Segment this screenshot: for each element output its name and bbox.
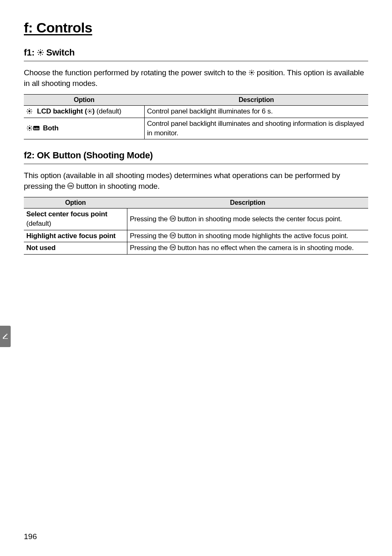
opt-text: Not used [26, 244, 55, 252]
table-row: LCD backlight () (default) Control panel… [24, 106, 368, 118]
f1-paragraph: Choose the function performed by rotatin… [24, 67, 368, 88]
desc-part1: Pressing the [130, 215, 170, 223]
desc-part2: button has no effect when the camera is … [176, 244, 354, 252]
col-header-option: Option [24, 95, 144, 106]
f2-para-part2: button in shooting mode. [74, 182, 159, 190]
f1-heading-suffix: Switch [44, 47, 75, 58]
table-row: Not used Pressing the button has no effe… [24, 242, 368, 255]
side-tab [0, 326, 11, 347]
backlight-icon [26, 108, 32, 114]
table-row: Highlight active focus point Pressing th… [24, 230, 368, 242]
table-header-row: Option Description [24, 95, 368, 106]
page-title: f: Controls [24, 20, 368, 36]
table-header-row: Option Description [24, 197, 368, 208]
f1-table: Option Description LCD backlight () (def… [24, 94, 368, 139]
backlight-info-icon [26, 125, 40, 131]
page-number: 196 [24, 532, 37, 541]
col-header-option: Option [24, 197, 127, 208]
f1-heading-prefix: f1: [24, 47, 37, 58]
ok-icon [170, 244, 176, 250]
f1-para-part1: Choose the function performed by rotatin… [24, 68, 249, 77]
f2-row3-option: Not used [24, 242, 127, 255]
f1-row1-desc: Control panel backlight illuminates for … [144, 106, 368, 118]
f2-row2-option: Highlight active focus point [24, 230, 127, 242]
f2-row1-desc: Pressing the button in shooting mode sel… [127, 208, 368, 230]
desc-part1: Pressing the [130, 244, 170, 252]
opt-text: Highlight active focus point [26, 232, 115, 240]
ok-icon [170, 215, 176, 222]
f1-row2-option: Both [24, 118, 144, 139]
ok-icon [67, 183, 74, 189]
table-row: Select center focus point (default) Pres… [24, 208, 368, 230]
backlight-icon [37, 49, 44, 56]
opt-rest-text: (default) [95, 107, 121, 115]
divider [24, 163, 368, 164]
col-header-description: Description [144, 95, 368, 106]
pencil-icon [2, 333, 9, 340]
f2-row1-option: Select center focus point (default) [24, 208, 127, 230]
f1-row2-desc: Control panel backlight illuminates and … [144, 118, 368, 139]
backlight-icon [87, 109, 92, 114]
section-f2-heading: f2: OK Button (Shooting Mode) [24, 150, 368, 161]
f2-row3-desc: Pressing the button has no effect when t… [127, 242, 368, 255]
section-f1-heading: f1: Switch [24, 47, 368, 58]
desc-part2: button in shooting mode selects the cent… [176, 215, 342, 223]
opt-text: Both [43, 124, 59, 132]
opt-line1: Select center focus point [26, 210, 107, 218]
col-header-description: Description [127, 197, 368, 208]
f2-paragraph: This option (available in all shooting m… [24, 170, 368, 191]
f1-row1-option: LCD backlight () (default) [24, 106, 144, 118]
ok-icon [170, 232, 176, 239]
desc-part2: button in shooting mode highlights the a… [176, 232, 348, 240]
backlight-icon [249, 70, 255, 76]
opt-line2: (default) [26, 220, 51, 227]
opt-bold-text: LCD backlight ( [37, 107, 87, 115]
f2-table: Option Description Select center focus p… [24, 197, 368, 254]
desc-part1: Pressing the [130, 232, 170, 240]
table-row: Both Control panel backlight illuminates… [24, 118, 368, 139]
divider [24, 60, 368, 62]
f2-row2-desc: Pressing the button in shooting mode hig… [127, 230, 368, 242]
